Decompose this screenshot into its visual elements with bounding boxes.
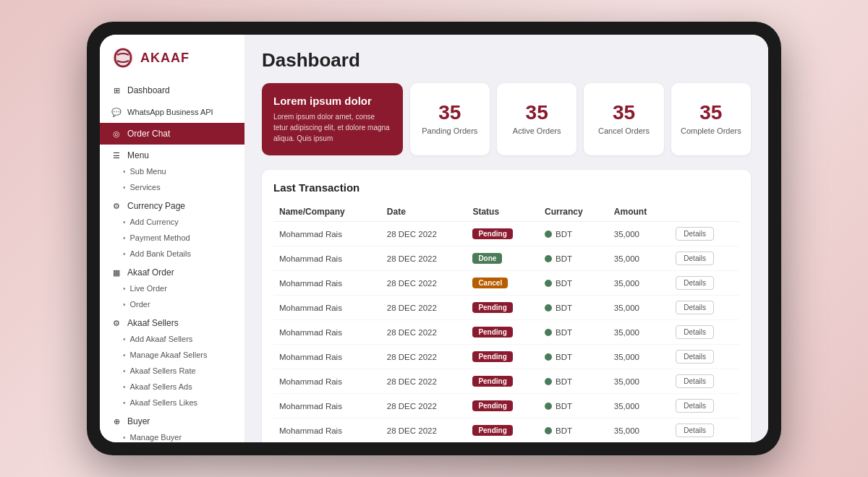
details-button[interactable]: Details — [676, 374, 714, 388]
status-badge: Pending — [472, 425, 512, 436]
sidebar-subitem-add-akaaf-sellers[interactable]: Add Akaaf Sellers — [100, 331, 244, 347]
currency-indicator — [545, 353, 552, 361]
details-button[interactable]: Details — [676, 325, 714, 339]
currency-indicator — [545, 329, 552, 336]
cell-name: Mohammad Rais — [273, 345, 381, 369]
sidebar-subitem-services[interactable]: Services — [100, 179, 244, 195]
cell-action: Details — [670, 418, 739, 443]
sidebar-item-order-chat[interactable]: ◎ Order Chat — [100, 123, 244, 145]
cell-amount: 35,000 — [608, 222, 671, 246]
table-row: Mohammad Rais 28 DEC 2022 Pending BDT 35… — [273, 296, 739, 320]
sidebar-subitem-add-bank[interactable]: Add Bank Details — [100, 246, 244, 262]
status-badge: Pending — [472, 228, 512, 239]
sidebar-item-dashboard[interactable]: ⊞ Dashboard — [100, 80, 244, 101]
cell-amount: 35,000 — [608, 320, 671, 345]
currency-indicator — [545, 403, 552, 410]
cell-name: Mohammad Rais — [273, 369, 381, 394]
sidebar-item-akaaf-order[interactable]: ▦ Akaaf Order — [100, 262, 244, 280]
currency-indicator — [545, 304, 552, 311]
currency-indicator — [545, 255, 552, 262]
logo-text: AKAAF — [140, 51, 190, 66]
stat-number-pending: 35 — [438, 103, 461, 123]
chat-bubble-icon: ◎ — [111, 129, 122, 139]
cell-amount: 35,000 — [608, 345, 671, 369]
col-name: Name/Company — [273, 202, 381, 222]
cell-action: Details — [670, 369, 739, 394]
details-button[interactable]: Details — [676, 252, 714, 265]
status-badge: Cancel — [472, 278, 508, 288]
details-button[interactable]: Details — [676, 399, 714, 413]
details-button[interactable]: Details — [676, 227, 714, 241]
cell-date: 28 DEC 2022 — [381, 418, 467, 443]
stat-number-complete: 35 — [699, 103, 722, 123]
nav-label-buyer: Buyer — [127, 416, 150, 426]
details-button[interactable]: Details — [676, 350, 714, 364]
sidebar-subitem-akaaf-sellers-rate[interactable]: Akaaf Sellers Rate — [100, 363, 244, 379]
sidebar-subitem-akaaf-sellers-ads[interactable]: Akaaf Sellers Ads — [100, 379, 244, 395]
main-content: Dashboard Lorem ipsum dolor Lorem ipsum … — [244, 35, 768, 442]
sidebar-item-currency[interactable]: ⚙ Currency Page — [100, 195, 244, 214]
sidebar-navigation: ⊞ Dashboard 💬 WhatsApp Business API ◎ Or… — [100, 77, 244, 442]
cell-action: Details — [670, 320, 739, 345]
cell-status: Pending — [467, 394, 539, 418]
cell-date: 28 DEC 2022 — [381, 394, 467, 418]
cell-date: 28 DEC 2022 — [381, 271, 467, 296]
cell-amount: 35,000 — [608, 246, 671, 271]
sidebar-subitem-akaaf-sellers-likes[interactable]: Akaaf Sellers Likes — [100, 395, 244, 411]
cell-date: 28 DEC 2022 — [381, 320, 467, 345]
cell-date: 28 DEC 2022 — [381, 369, 467, 394]
details-button[interactable]: Details — [676, 301, 714, 314]
nav-label-akaaf-order: Akaaf Order — [127, 267, 174, 278]
sidebar-item-menu[interactable]: ☰ Menu — [100, 145, 244, 163]
menu-icon: ☰ — [111, 150, 122, 160]
sidebar-subitem-order[interactable]: Order — [100, 296, 244, 312]
stat-card-cancel: 35 Cancel Orders — [584, 83, 663, 155]
cell-amount: 35,000 — [608, 394, 671, 418]
table-row: Mohammad Rais 28 DEC 2022 Pending BDT 35… — [273, 222, 739, 246]
tablet-frame: AKAAF ⊞ Dashboard 💬 WhatsApp Business AP… — [87, 22, 781, 455]
sidebar-subitem-sub-menu[interactable]: Sub Menu — [100, 163, 244, 179]
sidebar-item-akaaf-sellers[interactable]: ⚙ Akaaf Sellers — [100, 312, 244, 331]
cell-status: Done — [467, 246, 539, 271]
details-button[interactable]: Details — [676, 424, 714, 437]
col-amount: Amount — [608, 202, 671, 222]
col-status: Status — [467, 202, 539, 222]
cell-name: Mohammad Rais — [273, 320, 381, 345]
table-row: Mohammad Rais 28 DEC 2022 Pending BDT 35… — [273, 418, 739, 443]
cell-name: Mohammad Rais — [273, 418, 381, 443]
sidebar-subitem-payment-method[interactable]: Payment Method — [100, 230, 244, 246]
stat-label-pending: Panding Orders — [422, 126, 477, 136]
sidebar-subitem-manage-buyer[interactable]: Manage Buyer — [100, 429, 244, 442]
cell-date: 28 DEC 2022 — [381, 296, 467, 320]
nav-label-order-chat: Order Chat — [127, 129, 170, 139]
cell-status: Cancel — [467, 271, 539, 296]
table-title: Last Transaction — [273, 181, 739, 194]
cell-date: 28 DEC 2022 — [381, 222, 467, 246]
sidebar-subitem-add-currency[interactable]: Add Currency — [100, 214, 244, 230]
col-action — [670, 202, 739, 222]
status-badge: Done — [472, 253, 502, 264]
nav-label-akaaf-sellers: Akaaf Sellers — [127, 318, 179, 328]
sidebar-item-buyer[interactable]: ⊕ Buyer — [100, 411, 244, 429]
stat-label-active: Active Orders — [513, 126, 561, 136]
stat-label-cancel: Cancel Orders — [598, 126, 650, 136]
cell-date: 28 DEC 2022 — [381, 345, 467, 369]
status-badge: Pending — [472, 376, 512, 387]
grid-icon: ⊞ — [111, 85, 122, 95]
cell-date: 28 DEC 2022 — [381, 246, 467, 271]
details-button[interactable]: Details — [676, 276, 714, 290]
currency-indicator — [545, 231, 552, 238]
sidebar-item-whatsapp[interactable]: 💬 WhatsApp Business API — [100, 101, 244, 123]
table-row: Mohammad Rais 28 DEC 2022 Pending BDT 35… — [273, 369, 739, 394]
cell-name: Mohammad Rais — [273, 296, 381, 320]
nav-label-menu: Menu — [127, 150, 149, 160]
sidebar-subitem-manage-akaaf-sellers[interactable]: Manage Akaaf Sellers — [100, 347, 244, 363]
transactions-table: Name/Company Date Status Currancy Amount… — [273, 202, 739, 442]
currency-indicator — [545, 427, 552, 434]
sidebar-subitem-live-order[interactable]: Live Order — [100, 280, 244, 296]
col-date: Date — [381, 202, 467, 222]
nav-label-dashboard: Dashboard — [127, 85, 170, 95]
cell-name: Mohammad Rais — [273, 246, 381, 271]
cell-action: Details — [670, 222, 739, 246]
cell-status: Pending — [467, 418, 539, 443]
